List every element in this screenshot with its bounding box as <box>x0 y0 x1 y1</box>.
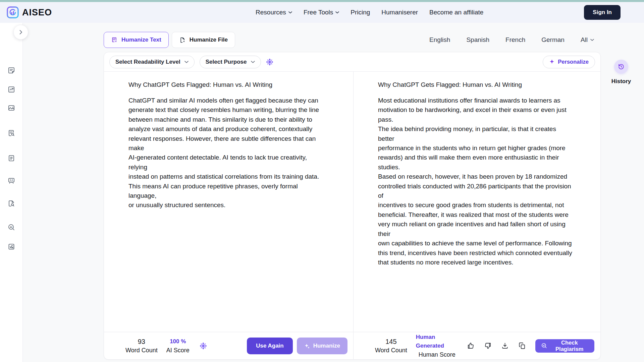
editor-panels: Why ChatGPT Gets Flagged: Human vs. AI W… <box>104 72 600 359</box>
tabs-and-languages-row: Humanize Text Humanize File English Span… <box>104 32 601 48</box>
brand-name: AISEO <box>22 7 52 18</box>
use-again-button[interactable]: Use Again <box>247 338 293 354</box>
math-solver-icon[interactable] <box>7 243 15 251</box>
sparkle-icon <box>304 343 310 349</box>
humanized-text-column: Why ChatGPT Gets Flagged: Human vs. AI W… <box>353 72 600 359</box>
aiseo-logo-icon <box>7 6 19 18</box>
language-spanish[interactable]: Spanish <box>466 36 489 44</box>
sparkle-icon <box>549 59 555 65</box>
original-body: ChatGPT and similar AI models often get … <box>128 96 325 210</box>
history-widget: History <box>608 60 634 85</box>
chevron-down-icon <box>184 61 189 63</box>
language-german[interactable]: German <box>541 36 565 44</box>
humanized-body: Most educational institutions offer fina… <box>378 96 572 267</box>
word-count-value: 145 <box>385 337 396 346</box>
thumbs-down-icon[interactable] <box>484 342 492 350</box>
chevron-down-icon <box>590 39 594 41</box>
chevron-right-icon <box>19 30 22 35</box>
language-french[interactable]: French <box>505 36 525 44</box>
history-button[interactable] <box>614 60 628 74</box>
humanized-footer: 145 Word Count Human Generated Human Sco… <box>354 332 600 359</box>
history-label: History <box>611 78 631 85</box>
word-count-stat: 93 Word Count <box>125 337 158 355</box>
humanize-button[interactable]: Humanize <box>297 338 347 354</box>
one-to-one-board-icon[interactable]: 1-1 <box>7 177 15 185</box>
nav-resources[interactable]: Resources <box>256 9 292 16</box>
ai-detector-icon[interactable]: AI <box>7 223 15 231</box>
download-icon[interactable] <box>501 342 509 350</box>
sidebar-expand-button[interactable] <box>13 25 28 40</box>
personalize-button[interactable]: Personalize <box>543 56 595 68</box>
sign-in-button[interactable]: Sign In <box>584 5 621 20</box>
controls-row: Select Readability Level Select Purpose … <box>104 52 600 72</box>
nav-become-affiliate[interactable]: Become an affiliate <box>429 9 483 16</box>
top-navbar: AISEO Resources Free Tools Pricing Human… <box>0 2 644 23</box>
page-search-icon[interactable] <box>7 199 15 207</box>
document-sparkle-icon <box>111 37 118 44</box>
mode-tabs: Humanize Text Humanize File <box>104 32 235 48</box>
thumbs-up-icon[interactable] <box>467 342 475 350</box>
nav-free-tools[interactable]: Free Tools <box>304 9 339 16</box>
nav-humaniserer[interactable]: Humaniserer <box>381 9 418 16</box>
output-actions <box>467 342 526 350</box>
humanizer-card: Select Readability Level Select Purpose … <box>104 52 601 360</box>
humanized-text-area[interactable]: Why ChatGPT Gets Flagged: Human vs. AI W… <box>354 72 600 332</box>
file-sparkle-icon <box>179 37 186 44</box>
freeze-icon[interactable] <box>200 342 207 350</box>
image-sparkle-icon[interactable] <box>7 104 15 112</box>
analytics-icon[interactable] <box>7 85 15 94</box>
nav-pricing[interactable]: Pricing <box>351 9 370 16</box>
human-score-stat: Human Generated Human Score <box>416 333 458 359</box>
language-selector: English Spanish French German All <box>429 36 594 44</box>
tab-humanize-text[interactable]: Humanize Text <box>104 32 169 48</box>
original-title: Why ChatGPT Gets Flagged: Human vs. AI W… <box>128 80 325 89</box>
word-count-stat: 145 Word Count <box>375 337 407 355</box>
svg-text:AI: AI <box>10 226 12 228</box>
original-text-area[interactable]: Why ChatGPT Gets Flagged: Human vs. AI W… <box>104 72 353 332</box>
original-text-column: Why ChatGPT Gets Flagged: Human vs. AI W… <box>104 72 353 359</box>
left-sidebar: 1-1 AI <box>0 23 23 362</box>
note-icon[interactable] <box>7 66 15 74</box>
article-icon[interactable] <box>7 154 15 162</box>
tab-humanize-file[interactable]: Humanize File <box>172 32 235 48</box>
plagiarism-check-icon <box>541 343 547 349</box>
main-nav: Resources Free Tools Pricing Humaniserer… <box>256 9 483 16</box>
language-all-dropdown[interactable]: All <box>581 36 594 44</box>
purpose-dropdown[interactable]: Select Purpose <box>200 56 261 68</box>
original-footer: 93 Word Count 100 % AI Score Use Again <box>104 332 353 359</box>
ai-score-label: AI Score <box>166 346 190 355</box>
aiseo-logo[interactable]: AISEO <box>7 6 52 18</box>
ai-score-stat: 100 % AI Score <box>166 337 190 355</box>
chevron-down-icon <box>251 61 255 63</box>
document-search-icon[interactable] <box>7 129 15 137</box>
history-clock-icon <box>618 63 625 70</box>
svg-text:1-1: 1-1 <box>10 179 13 181</box>
word-count-label: Word Count <box>125 346 158 355</box>
readability-level-dropdown[interactable]: Select Readability Level <box>109 56 195 68</box>
word-count-value: 93 <box>138 337 145 346</box>
humanized-title: Why ChatGPT Gets Flagged: Human vs. AI W… <box>378 80 572 89</box>
ai-score-value: 100 % <box>170 337 186 346</box>
copy-icon[interactable] <box>518 342 526 350</box>
chevron-down-icon <box>288 11 292 14</box>
human-score-value: Human Generated <box>416 333 458 350</box>
word-count-label: Word Count <box>375 346 407 355</box>
freeze-settings-icon[interactable] <box>266 58 273 66</box>
language-english[interactable]: English <box>429 36 450 44</box>
chevron-down-icon <box>335 11 339 14</box>
check-plagiarism-button[interactable]: Check Plagiarism <box>535 339 594 353</box>
human-score-label: Human Score <box>419 350 455 359</box>
